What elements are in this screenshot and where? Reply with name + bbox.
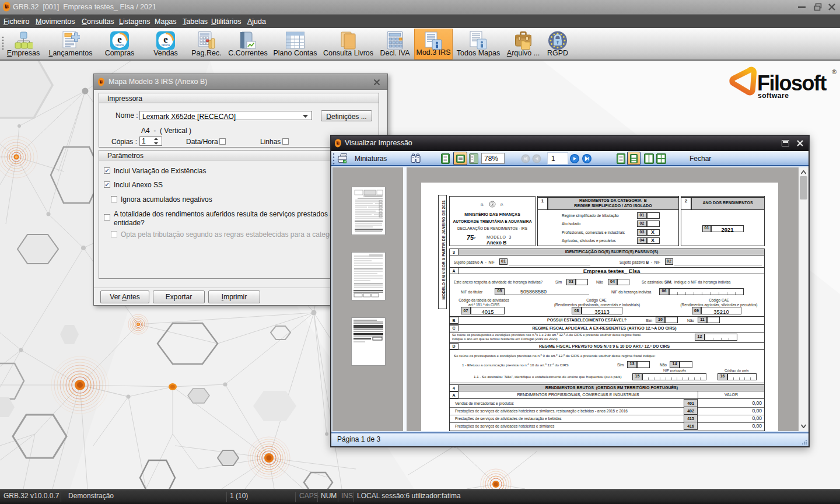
svg-text:software: software: [758, 92, 789, 100]
svg-text:®: ®: [832, 68, 836, 75]
svg-text:fatura: fatura: [116, 43, 124, 47]
svg-text:fatura: fatura: [162, 43, 170, 47]
